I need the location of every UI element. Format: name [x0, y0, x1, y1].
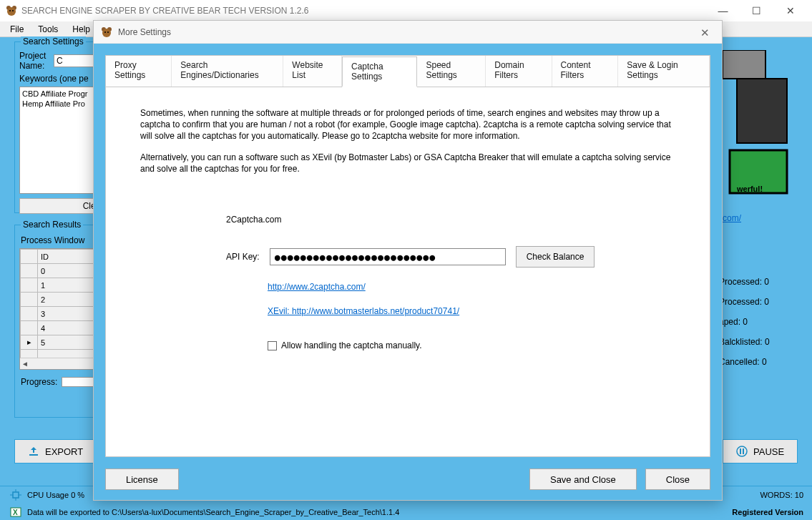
search-settings-legend: Search Settings [21, 36, 86, 46]
svg-text:X: X [13, 509, 18, 516]
stat-scraped: aped: 0 [719, 312, 805, 332]
stats-panel: Processed: 0 Processed: 0 aped: 0 Balckl… [719, 272, 805, 372]
svg-point-3 [9, 10, 11, 11]
upload-icon [28, 446, 39, 457]
captcha-description-2: Alternatively, you can run a software su… [140, 152, 675, 175]
export-path-text: Data will be exported to C:\Users\a-lux\… [27, 508, 399, 516]
svg-point-23 [104, 31, 106, 33]
manual-captcha-label: Allow handling the captcha manually. [281, 340, 422, 350]
tab-domain-filters[interactable]: Domain Filters [486, 56, 552, 87]
decorative-art: werful! [723, 50, 801, 200]
svg-point-10 [737, 446, 747, 456]
svg-rect-11 [740, 448, 741, 454]
excel-icon: X [10, 506, 21, 518]
pause-button[interactable]: PAUSE [723, 439, 798, 463]
cpu-usage-text: CPU Usage 0 % [27, 491, 84, 499]
svg-rect-12 [743, 448, 744, 454]
tab-captcha-settings[interactable]: Captcha Settings [342, 57, 417, 87]
svg-point-2 [7, 7, 16, 16]
tab-proxy-settings[interactable]: Proxy Settings [106, 56, 172, 87]
svg-point-4 [12, 10, 14, 11]
version-text: Registered Version [732, 508, 803, 516]
svg-point-24 [107, 31, 109, 33]
dialog-close-button[interactable]: ✕ [693, 25, 716, 41]
maximize-button[interactable]: ☐ [740, 1, 773, 21]
progress-label: Progress: [21, 377, 57, 387]
tab-content: Sometimes, when running the software at … [106, 87, 710, 371]
svg-rect-9 [29, 454, 38, 456]
dialog-titlebar[interactable]: More Settings ✕ [94, 21, 722, 44]
main-window: SEARCH ENGINE SCRAPER BY CREATIVE BEAR T… [0, 0, 812, 520]
tab-search-engines[interactable]: Search Engines/Dictionaries [172, 56, 283, 87]
minimize-button[interactable]: — [707, 1, 739, 21]
search-results-legend: Search Results [21, 220, 83, 230]
project-name-label: Project Name: [19, 51, 51, 71]
stat-processed: Processed: 0 [719, 272, 805, 292]
captcha-description-1: Sometimes, when running the software at … [140, 107, 675, 142]
app-title: SEARCH ENGINE SCRAPER BY CREATIVE BEAR T… [21, 6, 707, 16]
tab-website-list[interactable]: Website List [283, 56, 342, 87]
manual-captcha-checkbox[interactable] [268, 341, 277, 350]
titlebar: SEARCH ENGINE SCRAPER BY CREATIVE BEAR T… [0, 0, 812, 21]
license-button[interactable]: License [105, 469, 179, 490]
dialog-icon [101, 26, 112, 38]
tab-save-login[interactable]: Save & Login Settings [618, 56, 710, 87]
cpu-icon [10, 489, 21, 501]
app-icon [6, 5, 17, 16]
close-button[interactable]: ✕ [774, 1, 806, 21]
keywords-label: Keywords (one pe [19, 74, 89, 84]
svg-rect-6 [737, 79, 787, 143]
check-balance-button[interactable]: Check Balance [516, 246, 595, 268]
2captcha-label: 2Captcha.com [226, 215, 675, 225]
api-key-input[interactable] [270, 248, 506, 265]
stat-blacklisted: Balcklisted: 0 [719, 332, 805, 352]
2captcha-link[interactable]: http://www.2captcha.com/ [268, 282, 675, 292]
tab-content-filters[interactable]: Content Filters [552, 56, 619, 87]
more-settings-dialog: More Settings ✕ Proxy Settings Search En… [93, 20, 723, 501]
xevil-link[interactable]: XEvil: http://www.botmasterlabs.net/prod… [268, 306, 675, 316]
dialog-title: More Settings [118, 27, 171, 37]
pause-icon [736, 446, 748, 457]
keywords-count: WORDS: 10 [760, 491, 803, 499]
svg-point-22 [102, 29, 111, 37]
menu-tools[interactable]: Tools [31, 23, 65, 36]
api-key-label: API Key: [226, 252, 260, 262]
save-and-close-button[interactable]: Save and Close [529, 469, 637, 490]
svg-rect-13 [13, 492, 19, 498]
stat-cancelled: Cancelled: 0 [719, 352, 805, 372]
svg-text:werful!: werful! [736, 185, 763, 193]
tabbar: Proxy Settings Search Engines/Dictionari… [106, 56, 710, 87]
menu-file[interactable]: File [3, 23, 31, 36]
tab-speed-settings[interactable]: Speed Settings [417, 56, 486, 87]
export-button[interactable]: EXPORT [14, 439, 97, 463]
stat-processed2: Processed: 0 [719, 292, 805, 312]
svg-rect-7 [723, 50, 765, 79]
close-dialog-button[interactable]: Close [645, 469, 710, 490]
